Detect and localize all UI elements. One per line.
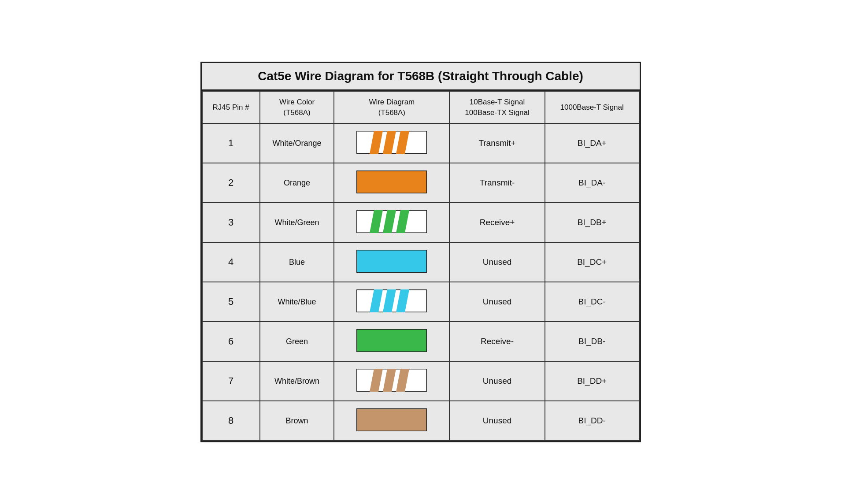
cell-color-7: Brown xyxy=(260,401,334,441)
wire-diagram-2 xyxy=(356,210,427,235)
wire-table: RJ45 Pin # Wire Color(T568A) Wire Diagra… xyxy=(202,91,640,441)
cell-pin-5: 6 xyxy=(202,322,260,361)
svg-rect-19 xyxy=(356,408,427,431)
table-row: 8 Brown Unused BI_DD- xyxy=(202,401,639,441)
cell-signal100-7: Unused xyxy=(449,401,545,441)
cell-signal1000-2: BI_DB+ xyxy=(545,203,639,242)
wire-diagram-0 xyxy=(356,131,427,156)
cell-signal100-2: Receive+ xyxy=(449,203,545,242)
cell-diagram-6 xyxy=(334,361,449,401)
cell-pin-6: 7 xyxy=(202,361,260,401)
cell-diagram-3 xyxy=(334,242,449,282)
header-wire-color: Wire Color(T568A) xyxy=(260,91,334,124)
wire-diagram-3 xyxy=(356,250,427,275)
header-signal-1000: 1000Base-T Signal xyxy=(545,91,639,124)
cell-pin-4: 5 xyxy=(202,282,260,322)
svg-rect-9 xyxy=(356,250,427,273)
header-pin: RJ45 Pin # xyxy=(202,91,260,124)
svg-rect-14 xyxy=(356,329,427,352)
cell-signal100-1: Transmit- xyxy=(449,163,545,203)
cell-color-5: Green xyxy=(260,322,334,361)
cell-diagram-7 xyxy=(334,401,449,441)
header-signal-100: 10Base-T Signal100Base-TX Signal xyxy=(449,91,545,124)
cell-signal100-5: Receive- xyxy=(449,322,545,361)
cell-signal100-6: Unused xyxy=(449,361,545,401)
cell-pin-0: 1 xyxy=(202,123,260,163)
cell-signal1000-3: BI_DC+ xyxy=(545,242,639,282)
wire-diagram-7 xyxy=(356,408,427,434)
svg-rect-4 xyxy=(356,170,427,193)
table-row: 3 White/Green Receive+ BI_DB+ xyxy=(202,203,639,242)
diagram-container: Cat5e Wire Diagram for T568B (Straight T… xyxy=(200,62,641,443)
table-row: 5 White/Blue Unused BI_DC- xyxy=(202,282,639,322)
cell-signal1000-7: BI_DD- xyxy=(545,401,639,441)
wire-diagram-4 xyxy=(356,289,427,315)
cell-signal100-0: Transmit+ xyxy=(449,123,545,163)
cell-diagram-0 xyxy=(334,123,449,163)
cell-diagram-1 xyxy=(334,163,449,203)
header-wire-diagram: Wire Diagram(T568A) xyxy=(334,91,449,124)
wire-diagram-5 xyxy=(356,329,427,354)
table-row: 1 White/Orange Transmit+ BI_DA+ xyxy=(202,123,639,163)
cell-signal100-3: Unused xyxy=(449,242,545,282)
cell-color-6: White/Brown xyxy=(260,361,334,401)
cell-color-4: White/Blue xyxy=(260,282,334,322)
wire-diagram-6 xyxy=(356,369,427,394)
table-row: 6 Green Receive- BI_DB- xyxy=(202,322,639,361)
cell-diagram-5 xyxy=(334,322,449,361)
cell-signal1000-5: BI_DB- xyxy=(545,322,639,361)
cell-signal1000-0: BI_DA+ xyxy=(545,123,639,163)
table-row: 2 Orange Transmit- BI_DA- xyxy=(202,163,639,203)
cell-signal1000-1: BI_DA- xyxy=(545,163,639,203)
cell-color-3: Blue xyxy=(260,242,334,282)
diagram-title: Cat5e Wire Diagram for T568B (Straight T… xyxy=(202,63,640,91)
cell-color-1: Orange xyxy=(260,163,334,203)
cell-pin-2: 3 xyxy=(202,203,260,242)
cell-diagram-4 xyxy=(334,282,449,322)
cell-color-0: White/Orange xyxy=(260,123,334,163)
cell-color-2: White/Green xyxy=(260,203,334,242)
cell-signal100-4: Unused xyxy=(449,282,545,322)
cell-pin-1: 2 xyxy=(202,163,260,203)
cell-pin-7: 8 xyxy=(202,401,260,441)
wire-diagram-1 xyxy=(356,170,427,196)
cell-diagram-2 xyxy=(334,203,449,242)
cell-pin-3: 4 xyxy=(202,242,260,282)
table-row: 4 Blue Unused BI_DC+ xyxy=(202,242,639,282)
cell-signal1000-4: BI_DC- xyxy=(545,282,639,322)
cell-signal1000-6: BI_DD+ xyxy=(545,361,639,401)
table-row: 7 White/Brown Unused BI_DD+ xyxy=(202,361,639,401)
